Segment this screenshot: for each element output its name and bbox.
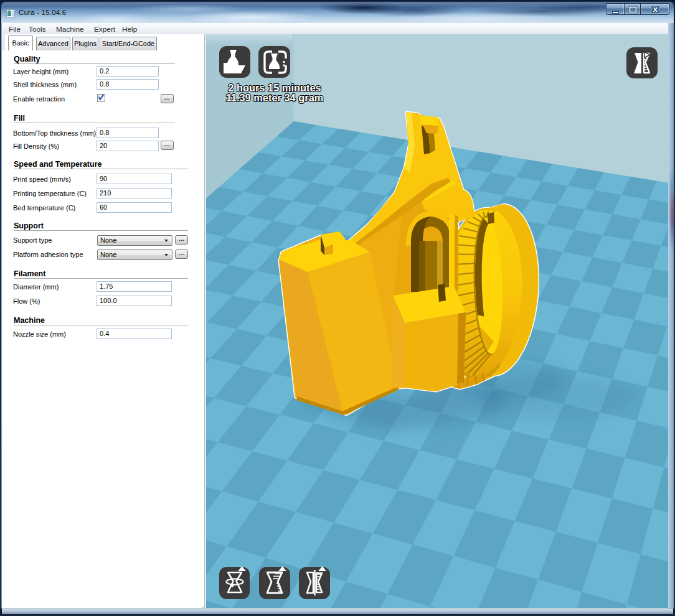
svg-text:2 hours 15 minutes: 2 hours 15 minutes (228, 82, 321, 93)
svg-text:11.39 meter 34 gram: 11.39 meter 34 gram (226, 92, 324, 103)
